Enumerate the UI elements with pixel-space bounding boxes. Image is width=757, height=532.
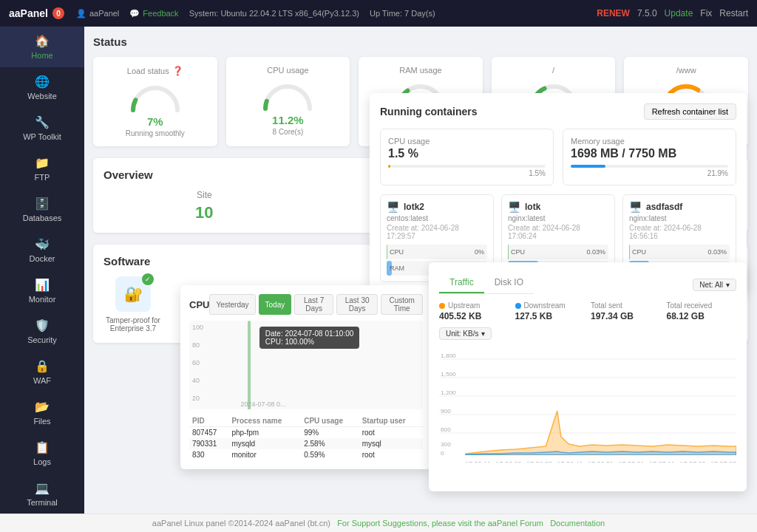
sidebar-label-logs: Logs <box>33 457 51 466</box>
disk-www-label: /www <box>633 66 739 75</box>
container-name-2: lotk <box>525 202 540 212</box>
sidebar-icon-logs: 📋 <box>35 440 50 454</box>
container-name-1: lotk2 <box>404 202 424 212</box>
sidebar-item-wp-toolkit[interactable]: 🔧WP Toolkit <box>0 108 84 149</box>
sidebar-icon-files: 📂 <box>35 400 50 414</box>
feedback-link[interactable]: 💬 Feedback <box>129 9 178 18</box>
container-icon-2: 🖥️ <box>508 201 520 213</box>
container-icon-1: 🖥️ <box>387 201 399 213</box>
x-label-4: 17:36:51 <box>588 460 614 463</box>
footer-text: aaPanel Linux panel ©2014-2024 aaPanel (… <box>152 519 330 528</box>
net-selector-label: Net: All <box>699 281 723 289</box>
svg-text:0: 0 <box>441 450 444 455</box>
load-status-label: Load status ❓ <box>102 66 208 76</box>
y-label-40: 40 <box>192 377 200 384</box>
container-date-2: Create at: 2024-06-28 17:06:24 <box>508 224 608 240</box>
tooltip-date: Date: 2024-07-08 01:10:00 <box>265 330 354 338</box>
svg-text:1,800: 1,800 <box>441 352 456 359</box>
site-value: 10 <box>103 203 305 222</box>
sidebar-item-security[interactable]: 🛡️Security <box>0 311 84 352</box>
y-label-20: 20 <box>192 395 200 402</box>
sidebar-icon-website: 🌐 <box>35 75 50 89</box>
startup-user-header: Startup user <box>359 415 423 427</box>
status-title: Status <box>93 35 748 48</box>
update-link[interactable]: Update <box>665 8 693 18</box>
renew-link[interactable]: RENEW <box>597 8 630 18</box>
ram-label: RAM usage <box>367 66 474 75</box>
btn-custom[interactable]: Custom Time <box>381 294 423 315</box>
tamper-icon: 🔐 ✓ <box>115 276 151 312</box>
sidebar-item-logs[interactable]: 📋Logs <box>0 433 84 474</box>
stat-total-received: Total received 68.12 GB <box>667 301 737 321</box>
x-label-3: 17:36:41 <box>557 460 583 463</box>
cpu-usage-header: CPU usage <box>301 415 359 427</box>
sidebar-item-files[interactable]: 📂Files <box>0 392 84 433</box>
refresh-container-btn[interactable]: Refresh container list <box>644 103 736 120</box>
container-name-3: asdfasdf <box>646 202 682 212</box>
btn-yesterday[interactable]: Yesterday <box>209 294 255 315</box>
container-header-2: 🖥️ lotk <box>508 201 608 213</box>
net-selector[interactable]: Net: All ▾ <box>693 279 736 291</box>
svg-text:600: 600 <box>441 426 451 433</box>
cpu-usage-card: CPU usage 11.2% 8 Core(s) <box>226 57 350 146</box>
stat-total-sent: Total sent 197.34 GB <box>591 301 661 321</box>
sidebar-item-docker[interactable]: 🐳Docker <box>0 230 84 270</box>
total-sent-value: 197.34 GB <box>591 311 661 321</box>
info-icon[interactable]: ❓ <box>172 66 183 76</box>
sidebar: 🏠Home🌐Website🔧WP Toolkit📁FTP🗄️Databases🐳… <box>0 27 84 514</box>
sidebar-item-website[interactable]: 🌐Website <box>0 67 84 108</box>
software-badge: ✓ <box>142 273 154 285</box>
downstream-value: 127.5 KB <box>515 311 585 321</box>
doc-link[interactable]: Documentation <box>550 519 605 528</box>
upstream-dot <box>439 303 445 309</box>
sidebar-item-home[interactable]: 🏠Home <box>0 27 84 67</box>
pid-3: 830 <box>189 449 228 460</box>
sidebar-label-files: Files <box>33 417 50 426</box>
sidebar-icon-home: 🏠 <box>35 34 50 48</box>
sidebar-item-ftp[interactable]: 📁FTP <box>0 149 84 189</box>
tab-traffic[interactable]: Traffic <box>439 273 484 293</box>
support-link[interactable]: For Support Suggestions, please visit th… <box>337 519 543 528</box>
sidebar-icon-terminal: 💻 <box>35 481 50 495</box>
btn-30days[interactable]: Last 30 Days <box>336 294 378 315</box>
version-label: 7.5.0 <box>637 8 657 18</box>
btn-7days[interactable]: Last 7 Days <box>294 294 333 315</box>
pid-1: 807457 <box>189 427 228 439</box>
x-label-chart: 2024-07-08 0... <box>241 400 286 408</box>
layout: 🏠Home🌐Website🔧WP Toolkit📁FTP🗄️Databases🐳… <box>0 27 757 514</box>
topbar: aaPanel 0 👤 aaPanel 💬 Feedback System: U… <box>0 0 757 27</box>
container-icon-3: 🖥️ <box>629 201 642 213</box>
memory-usage-item: Memory usage 1698 MB / 7750 MB 21.9% <box>563 129 736 185</box>
fix-link[interactable]: Fix <box>700 8 712 18</box>
cpu-subtitle: 8 Core(s) <box>235 128 342 136</box>
x-label-8: 17:37:33 <box>710 460 736 463</box>
sidebar-label-security: Security <box>27 335 57 344</box>
x-label-2: 17:36:32 <box>526 460 552 463</box>
cpu-usage-bar <box>388 165 546 168</box>
topbar-info: 👤 aaPanel 💬 Feedback System: Ubuntu 22.0… <box>76 9 435 18</box>
traffic-tabs: Traffic Disk IO <box>439 273 534 294</box>
system-info: System: Ubuntu 22.04.2 LTS x86_64(Py3.12… <box>189 9 359 18</box>
container-header-1: 🖥️ lotk2 <box>387 201 487 213</box>
traffic-chart: 1,800 1,500 1,200 900 600 300 0 <box>439 344 736 463</box>
pcpu-3: 0.59% <box>301 449 359 460</box>
unit-selector-row: Unit: KB/s ▾ <box>439 327 736 344</box>
cpu-percent-label: 1.5% <box>388 169 546 177</box>
software-item-tamper[interactable]: 🔐 ✓ Tamper-proof for Enterprise 3.7 <box>103 276 163 332</box>
total-received-value: 68.12 GB <box>667 311 737 321</box>
restart-link[interactable]: Restart <box>719 8 748 18</box>
unit-select[interactable]: Unit: KB/s ▾ <box>439 327 492 340</box>
btn-today[interactable]: Today <box>259 294 292 315</box>
unit-dropdown-icon: ▾ <box>481 330 485 338</box>
sidebar-item-databases[interactable]: 🗄️Databases <box>0 189 84 230</box>
memory-percent-label: 21.9% <box>571 169 728 177</box>
cpu-mini-bar-3: CPU 0.03% <box>629 245 730 259</box>
tab-disk-io[interactable]: Disk IO <box>484 273 534 293</box>
sidebar-item-monitor[interactable]: 📊Monitor <box>0 270 84 311</box>
sidebar-item-waf[interactable]: 🔒WAF <box>0 352 84 392</box>
sidebar-item-terminal[interactable]: 💻Terminal <box>0 474 84 514</box>
tamper-label: Tamper-proof for Enterprise 3.7 <box>103 316 163 332</box>
y-label-60: 60 <box>192 359 200 366</box>
x-label-7: 17:37:22 <box>679 460 705 463</box>
tooltip-cpu: CPU: 100.00% <box>265 338 354 346</box>
